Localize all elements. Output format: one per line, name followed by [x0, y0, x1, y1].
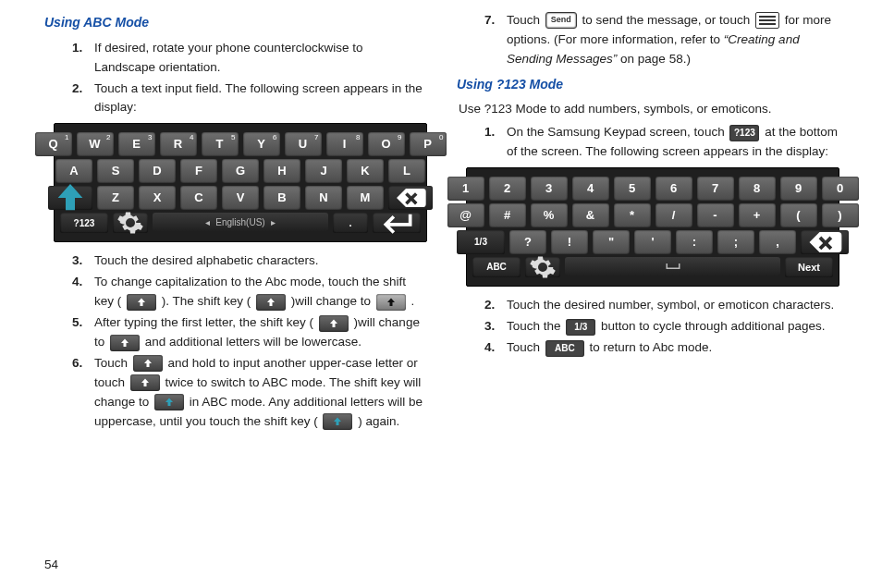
key-j: J [305, 159, 342, 183]
key-dquote: " [593, 230, 630, 254]
shift-arrow-icon [110, 335, 140, 351]
key-settings-gear-icon [113, 213, 148, 233]
key-6: 6 [655, 177, 692, 201]
right-step1: On the Samsung Keypad screen, touch ?123… [507, 123, 838, 162]
key-3: 3 [531, 177, 568, 201]
one-three-chip: 1/3 [566, 319, 595, 336]
key-mode-123: ?123 [60, 213, 108, 233]
key-q: Q1 [35, 132, 72, 156]
shift-arrow-teal-icon [154, 394, 184, 410]
key-e: E3 [118, 132, 155, 156]
key-qmark: ? [509, 230, 546, 254]
ordinal-1: 1. [72, 39, 94, 78]
key-t: T5 [202, 132, 239, 156]
key-r: R4 [160, 132, 197, 156]
key-f: F [180, 159, 217, 183]
key-u: U7 [285, 132, 322, 156]
key-i: I8 [326, 132, 363, 156]
key-plus: + [739, 203, 776, 227]
q123-chip: ?123 [729, 125, 759, 141]
abc-chip: ABC [545, 340, 584, 357]
keyboard-abc-figure: Q1 W2 E3 R4 T5 Y6 U7 I8 O9 P0 A S D F G … [54, 123, 427, 242]
shift-arrow-icon [256, 294, 286, 311]
key-1: 1 [447, 177, 484, 201]
key-shift [48, 186, 92, 210]
key-colon: : [676, 230, 713, 254]
shift-arrow-teal-icon [323, 413, 352, 430]
menu-hamburger-icon [755, 12, 779, 29]
shift-arrow-icon [319, 315, 349, 332]
ordinal-2: 2. [72, 80, 94, 118]
heading-using-123-mode: Using ?123 Mode [457, 75, 838, 95]
step-6-text: Touch and hold to input another upper-ca… [94, 354, 425, 432]
step-7-text: Touch Send to send the message, or touch… [507, 11, 838, 69]
shift-arrow-icon [127, 294, 156, 311]
key-4: 4 [572, 177, 609, 201]
key-0: 0 [822, 177, 859, 201]
send-button-icon: Send [545, 12, 577, 29]
key-p: P0 [410, 132, 447, 156]
step-3-text: Touch the desired alphabetic characters. [94, 251, 425, 271]
ordinal-3: 3. [72, 251, 94, 271]
key-period: . [333, 213, 368, 233]
key-8: 8 [739, 177, 776, 201]
ordinal-r4: 4. [484, 338, 507, 358]
ordinal-6: 6. [72, 354, 94, 432]
key-x: X [139, 186, 176, 210]
keyboard-123-figure: 1 2 3 4 5 6 7 8 9 0 @ # % & * / - + ( ) … [466, 167, 839, 287]
key-y: Y6 [243, 132, 280, 156]
key-g: G [222, 159, 259, 183]
key-enter [373, 213, 421, 233]
step-4-text: To change capitalization to the Abc mode… [94, 273, 425, 312]
ordinal-4: 4. [72, 273, 94, 312]
shift-arrow-grey-icon [376, 294, 406, 311]
key-comma: , [759, 230, 796, 254]
key-k: K [347, 159, 384, 183]
ordinal-r3: 3. [484, 317, 507, 337]
key-amp: & [572, 203, 609, 227]
key-mode-abc: ABC [472, 257, 521, 277]
key-hash: # [489, 203, 526, 227]
key-at: @ [447, 203, 484, 227]
key-7: 7 [697, 177, 734, 201]
key-w: W2 [77, 132, 114, 156]
key-o: O9 [368, 132, 405, 156]
key-v: V [222, 186, 259, 210]
key-n: N [305, 186, 342, 210]
key-page-1-3: 1/3 [457, 230, 505, 254]
shift-arrow-icon [133, 355, 163, 372]
key-c: C [180, 186, 217, 210]
right-step2: Touch the desired number, symbol, or emo… [507, 296, 838, 315]
key-settings-gear-icon [525, 257, 560, 277]
right-step3: Touch the 1/3 button to cycle through ad… [507, 317, 838, 337]
key-s: S [97, 159, 134, 183]
shift-arrow-icon [130, 374, 160, 391]
page-number: 54 [44, 556, 58, 575]
ordinal-5: 5. [72, 313, 94, 352]
key-percent: % [531, 203, 568, 227]
key-b: B [263, 186, 300, 210]
ordinal-7: 7. [484, 11, 507, 69]
heading-using-abc-mode: Using ABC Mode [44, 13, 425, 33]
key-z: Z [97, 186, 134, 210]
lead-paragraph: Use ?123 Mode to add numbers, symbols, o… [459, 100, 838, 119]
key-spacebar: ◂ English(US) ▸ [153, 213, 328, 231]
key-backspace [801, 230, 849, 254]
ordinal-r1: 1. [484, 123, 507, 162]
key-9: 9 [780, 177, 817, 201]
right-step4: Touch ABC to return to Abc mode. [507, 338, 838, 358]
key-next: Next [785, 257, 833, 277]
key-star: * [614, 203, 651, 227]
step-1-text: If desired, rotate your phone counterclo… [94, 39, 425, 78]
key-slash: / [655, 203, 692, 227]
step-5-text: After typing the first letter, the shift… [94, 313, 425, 352]
key-spacebar [565, 257, 780, 276]
ordinal-r2: 2. [484, 296, 507, 315]
key-h: H [263, 159, 300, 183]
key-squote: ' [634, 230, 671, 254]
key-minus: - [697, 203, 734, 227]
key-d: D [139, 159, 176, 183]
key-bang: ! [551, 230, 588, 254]
key-5: 5 [614, 177, 651, 201]
key-2: 2 [489, 177, 526, 201]
